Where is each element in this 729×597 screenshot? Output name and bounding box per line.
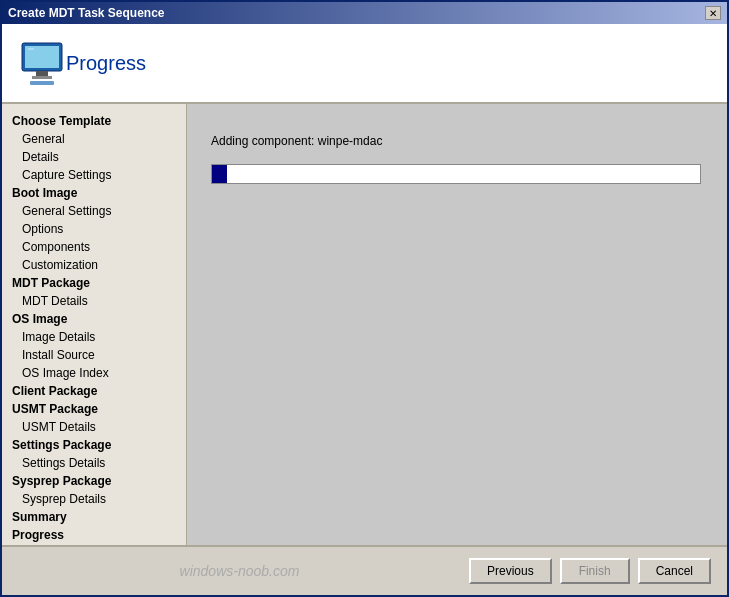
sidebar-item-mdt-package[interactable]: MDT Package [2,274,186,292]
page-title: Progress [66,52,146,75]
previous-button[interactable]: Previous [469,558,552,584]
sidebar-item-progress[interactable]: Progress [2,526,186,544]
sidebar-item-settings-package[interactable]: Settings Package [2,436,186,454]
window-title: Create MDT Task Sequence [8,6,165,20]
title-bar: Create MDT Task Sequence ✕ [2,2,727,24]
sidebar-item-customization[interactable]: Customization [2,256,186,274]
sidebar-item-capture-settings[interactable]: Capture Settings [2,166,186,184]
progress-bar-fill [212,165,227,183]
svg-rect-5 [30,81,54,85]
sidebar-item-install-source[interactable]: Install Source [2,346,186,364]
header-area: Progress [2,24,727,104]
sidebar: Choose TemplateGeneralDetailsCapture Set… [2,104,187,545]
close-button[interactable]: ✕ [705,6,721,20]
sidebar-item-settings-details[interactable]: Settings Details [2,454,186,472]
sidebar-item-sysprep-details[interactable]: Sysprep Details [2,490,186,508]
sidebar-item-general-settings[interactable]: General Settings [2,202,186,220]
sidebar-item-usmt-package[interactable]: USMT Package [2,400,186,418]
svg-rect-2 [36,71,48,76]
sidebar-item-boot-image[interactable]: Boot Image [2,184,186,202]
footer: windows-noob.com Previous Finish Cancel [2,545,727,595]
main-window: Create MDT Task Sequence ✕ Progress Choo… [0,0,729,597]
sidebar-item-options[interactable]: Options [2,220,186,238]
sidebar-item-choose-template[interactable]: Choose Template [2,112,186,130]
watermark: windows-noob.com [18,563,461,579]
sidebar-item-os-image[interactable]: OS Image [2,310,186,328]
sidebar-item-general[interactable]: General [2,130,186,148]
main-content: Choose TemplateGeneralDetailsCapture Set… [2,104,727,545]
sidebar-item-components[interactable]: Components [2,238,186,256]
sidebar-item-client-package[interactable]: Client Package [2,382,186,400]
progress-label: Adding component: winpe-mdac [211,134,703,148]
cancel-button[interactable]: Cancel [638,558,711,584]
sidebar-item-summary[interactable]: Summary [2,508,186,526]
sidebar-item-sysprep-package[interactable]: Sysprep Package [2,472,186,490]
sidebar-item-mdt-details[interactable]: MDT Details [2,292,186,310]
sidebar-item-image-details[interactable]: Image Details [2,328,186,346]
finish-button[interactable]: Finish [560,558,630,584]
svg-rect-3 [32,76,52,79]
sidebar-item-details[interactable]: Details [2,148,186,166]
content-area: Adding component: winpe-mdac [187,104,727,545]
sidebar-item-os-image-index[interactable]: OS Image Index [2,364,186,382]
progress-bar-container [211,164,701,184]
sidebar-item-usmt-details[interactable]: USMT Details [2,418,186,436]
computer-icon [18,39,66,87]
